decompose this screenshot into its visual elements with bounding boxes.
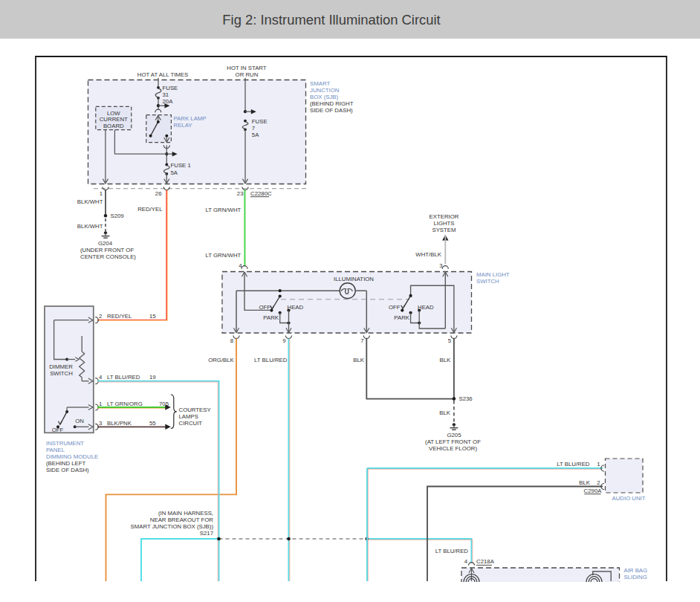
svg-text:LOW: LOW (107, 110, 120, 117)
svg-text:9: 9 (282, 337, 285, 344)
svg-text:C2280C: C2280C (250, 190, 272, 197)
svg-text:SIDE OF DASH): SIDE OF DASH) (46, 467, 89, 473)
svg-text:4: 4 (99, 374, 103, 381)
svg-text:CURRENT: CURRENT (100, 116, 128, 123)
svg-text:COURTESY: COURTESY (179, 407, 212, 413)
svg-text:PARK LAMP: PARK LAMP (174, 115, 207, 122)
svg-text:BLK: BLK (579, 479, 591, 486)
svg-text:S209: S209 (111, 213, 124, 219)
svg-text:LT GRN/ORG: LT GRN/ORG (107, 401, 143, 407)
svg-text:CENTER CONSOLE): CENTER CONSOLE) (80, 253, 136, 260)
svg-text:HOT IN START: HOT IN START (227, 65, 267, 71)
svg-text:PARK: PARK (394, 314, 409, 321)
svg-text:BOARD: BOARD (103, 123, 124, 129)
svg-text:LT GRN/WHT: LT GRN/WHT (206, 207, 242, 213)
svg-text:(IN MAIN HARNESS,: (IN MAIN HARNESS, (158, 510, 213, 517)
svg-text:SWITCH: SWITCH (476, 278, 499, 285)
svg-text:S217: S217 (200, 530, 213, 537)
svg-text:LAMPS: LAMPS (179, 413, 198, 420)
svg-text:FUSE: FUSE (252, 118, 268, 125)
svg-text:RED/YEL: RED/YEL (137, 206, 163, 213)
svg-text:SWITCH: SWITCH (50, 370, 73, 377)
svg-text:BOX (SJB): BOX (SJB) (310, 94, 339, 100)
svg-text:LT BLU/RED: LT BLU/RED (435, 548, 469, 554)
svg-text:OR RUN: OR RUN (236, 71, 259, 78)
svg-text:FUSE 1: FUSE 1 (171, 162, 191, 169)
svg-text:(UNDER FRONT OF: (UNDER FRONT OF (80, 247, 134, 253)
svg-text:EXTERIOR: EXTERIOR (430, 213, 459, 220)
svg-text:(BEHIND LEFT: (BEHIND LEFT (46, 460, 86, 467)
svg-text:BLK: BLK (440, 357, 452, 363)
svg-text:LT GRN/WHT: LT GRN/WHT (206, 252, 242, 259)
svg-text:AIR BAG: AIR BAG (624, 567, 648, 574)
svg-text:ORG/BLK: ORG/BLK (208, 357, 234, 363)
svg-text:LT BLU/RED: LT BLU/RED (557, 461, 590, 467)
svg-text:4: 4 (239, 262, 242, 269)
svg-text:VEHICLE FLOOR): VEHICLE FLOOR) (429, 445, 477, 452)
svg-text:G205: G205 (447, 432, 461, 438)
svg-text:SYSTEM: SYSTEM (432, 227, 456, 233)
svg-text:8: 8 (230, 337, 233, 344)
svg-text:CIRCUIT: CIRCUIT (179, 420, 203, 427)
svg-text:7: 7 (252, 125, 255, 132)
svg-text:BLK: BLK (439, 410, 451, 416)
svg-text:HOT AT ALL TIMES: HOT AT ALL TIMES (137, 71, 188, 78)
svg-text:OFF: OFF (389, 304, 401, 311)
svg-text:OFF: OFF (52, 427, 64, 433)
svg-text:5: 5 (448, 337, 452, 344)
svg-text:1: 1 (100, 190, 103, 197)
svg-text:JUNCTION: JUNCTION (310, 87, 339, 94)
svg-text:LT BLU/RED: LT BLU/RED (107, 374, 140, 381)
svg-text:PANEL: PANEL (46, 447, 65, 453)
svg-text:15: 15 (149, 313, 156, 320)
svg-text:FUSE: FUSE (163, 85, 178, 91)
svg-text:RELAY: RELAY (174, 122, 193, 129)
svg-text:SMART JUNCTION BOX (SJB)): SMART JUNCTION BOX (SJB)) (131, 523, 214, 530)
svg-text:DIMMING MODULE: DIMMING MODULE (46, 453, 98, 460)
svg-text:C290A: C290A (584, 488, 603, 494)
svg-text:OFF: OFF (259, 304, 270, 311)
svg-text:23: 23 (237, 190, 244, 197)
svg-text:RED/YEL: RED/YEL (107, 313, 132, 320)
svg-text:SLIDING: SLIDING (624, 574, 647, 580)
svg-text:2: 2 (597, 479, 600, 486)
svg-text:(AT LEFT FRONT OF: (AT LEFT FRONT OF (425, 438, 481, 445)
svg-text:S236: S236 (459, 395, 473, 402)
svg-text:SIDE OF DASH): SIDE OF DASH) (310, 107, 353, 114)
svg-text:3: 3 (99, 420, 102, 427)
svg-text:INSTRUMENT: INSTRUMENT (46, 440, 84, 447)
svg-text:4: 4 (464, 558, 468, 565)
svg-text:1: 1 (597, 461, 600, 467)
svg-text:MAIN LIGHT: MAIN LIGHT (476, 271, 510, 278)
svg-text:ILLUMINATION: ILLUMINATION (334, 276, 374, 282)
svg-text:2: 2 (99, 313, 102, 320)
svg-text:LT BLU/RED: LT BLU/RED (254, 357, 288, 363)
svg-text:3: 3 (439, 262, 442, 269)
svg-text:SMART: SMART (310, 80, 330, 87)
svg-text:BLK/PNK: BLK/PNK (107, 420, 132, 427)
svg-text:55: 55 (149, 420, 156, 427)
svg-text:LIGHTS: LIGHTS (433, 220, 454, 227)
svg-text:(BEHIND RIGHT: (BEHIND RIGHT (310, 100, 354, 107)
svg-text:DIMMER: DIMMER (49, 363, 73, 370)
svg-text:NEAR BREAKOUT FOR: NEAR BREAKOUT FOR (150, 517, 214, 523)
svg-text:31: 31 (163, 91, 169, 98)
svg-text:G204: G204 (98, 240, 113, 247)
svg-text:19: 19 (149, 374, 156, 381)
svg-text:Fig 2: Instrument Illumination: Fig 2: Instrument Illumination Circuit (222, 12, 440, 27)
svg-text:20A: 20A (163, 98, 174, 105)
svg-text:PARK: PARK (263, 314, 279, 321)
svg-text:26: 26 (155, 190, 162, 197)
svg-text:WHT/BLK: WHT/BLK (415, 251, 441, 258)
svg-text:5A: 5A (171, 169, 178, 176)
svg-text:BLK/WHT: BLK/WHT (77, 223, 103, 230)
svg-text:AUDIO UNIT: AUDIO UNIT (612, 495, 646, 502)
svg-text:7: 7 (360, 337, 363, 344)
svg-text:BLK: BLK (353, 357, 365, 363)
svg-text:ON: ON (75, 418, 84, 424)
svg-text:5A: 5A (252, 132, 259, 138)
svg-text:BLK/WHT: BLK/WHT (77, 198, 103, 205)
svg-text:1: 1 (99, 401, 102, 407)
svg-text:C218A: C218A (476, 558, 495, 565)
